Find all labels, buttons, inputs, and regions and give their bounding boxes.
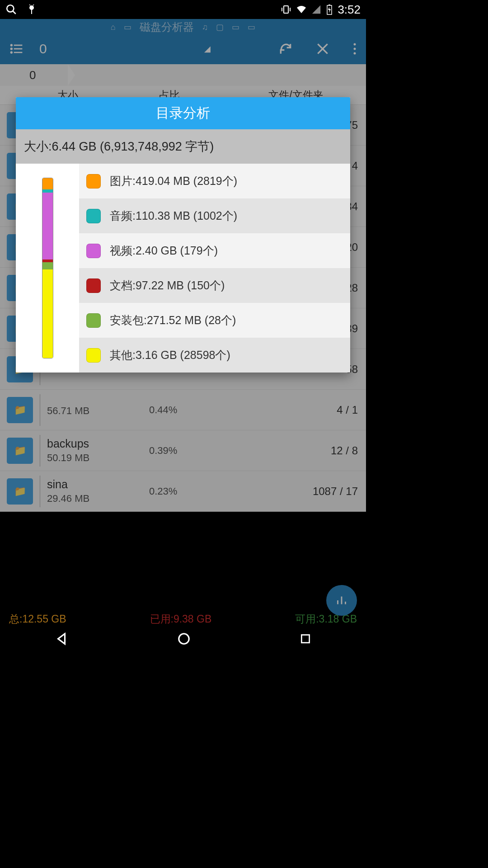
category-item[interactable]: 图片:419.04 MB (2819个) <box>79 164 350 198</box>
stacked-bar <box>42 178 53 359</box>
status-bar: 3:52 <box>0 0 366 19</box>
category-label: 其他:3.16 GB (28598个) <box>110 348 230 363</box>
color-swatch <box>86 348 101 363</box>
category-item[interactable]: 视频:2.40 GB (179个) <box>79 233 350 268</box>
bar-segment <box>42 262 53 269</box>
svg-line-5 <box>33 5 34 5</box>
bar-segment <box>42 193 53 259</box>
category-label: 安装包:271.52 MB (28个) <box>110 313 236 328</box>
svg-point-0 <box>7 5 14 12</box>
category-list: 图片:419.04 MB (2819个)音频:110.38 MB (1002个)… <box>79 164 350 373</box>
home-nav-icon[interactable] <box>177 632 191 646</box>
dialog-title: 目录分析 <box>16 97 350 129</box>
color-swatch <box>86 313 101 328</box>
bar-segment <box>42 269 53 358</box>
search-icon <box>5 4 17 15</box>
android-icon <box>26 4 37 15</box>
bar-segment <box>42 178 53 189</box>
wifi-icon <box>296 4 307 15</box>
svg-rect-26 <box>302 635 310 642</box>
directory-analysis-dialog: 目录分析 大小:6.44 GB (6,913,748,992 字节) 图片:41… <box>16 97 350 373</box>
color-swatch <box>86 174 101 189</box>
svg-rect-6 <box>284 6 288 13</box>
svg-line-1 <box>13 11 16 14</box>
color-swatch <box>86 278 101 293</box>
category-item[interactable]: 其他:3.16 GB (28598个) <box>79 338 350 373</box>
battery-icon <box>326 4 333 15</box>
color-swatch <box>86 209 101 223</box>
category-label: 视频:2.40 GB (179个) <box>110 243 218 258</box>
dialog-total-size: 大小:6.44 GB (6,913,748,992 字节) <box>16 129 350 164</box>
svg-rect-3 <box>31 9 32 14</box>
vibrate-icon <box>281 4 291 15</box>
category-item[interactable]: 音频:110.38 MB (1002个) <box>79 198 350 233</box>
stacked-bar-container <box>16 164 79 373</box>
svg-point-2 <box>29 5 34 10</box>
category-label: 文档:97.22 MB (150个) <box>110 278 225 293</box>
nav-bar <box>0 626 366 651</box>
category-label: 图片:419.04 MB (2819个) <box>110 174 237 189</box>
svg-point-25 <box>179 633 189 644</box>
svg-rect-10 <box>328 5 330 5</box>
back-icon[interactable] <box>55 632 68 646</box>
recent-icon[interactable] <box>300 633 311 645</box>
bar-segment <box>42 189 53 193</box>
category-item[interactable]: 安装包:271.52 MB (28个) <box>79 303 350 338</box>
category-label: 音频:110.38 MB (1002个) <box>110 208 237 223</box>
color-swatch <box>86 244 101 258</box>
svg-line-4 <box>29 5 30 5</box>
signal-icon <box>311 5 321 14</box>
category-item[interactable]: 文档:97.22 MB (150个) <box>79 268 350 303</box>
status-time: 3:52 <box>338 3 361 17</box>
